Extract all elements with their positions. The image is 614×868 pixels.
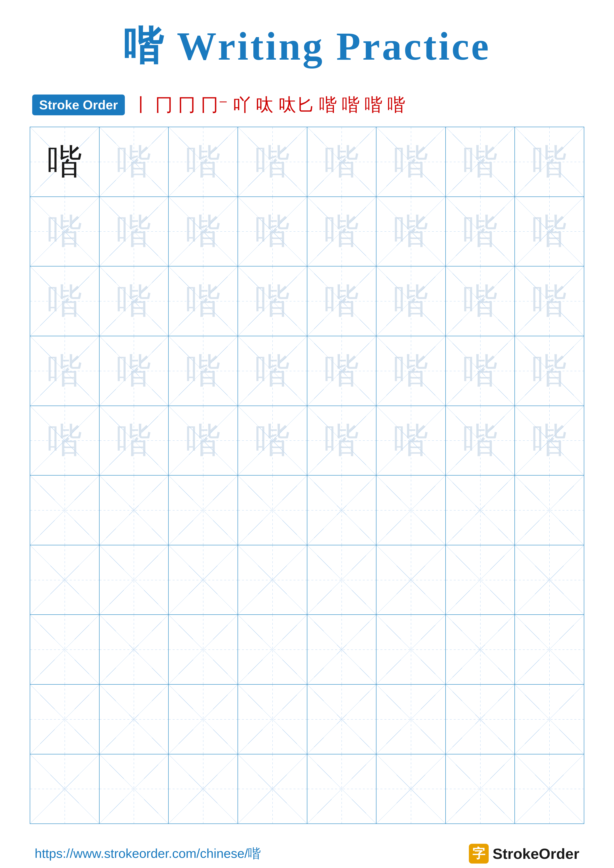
grid-row-2: 喈 喈 喈 喈 喈 喈 喈: [30, 197, 584, 267]
grid-cell-4-7: 喈: [446, 336, 515, 406]
char-display-light: 喈: [324, 284, 359, 318]
char-display-light: 喈: [186, 144, 221, 179]
grid-cell-7-3[interactable]: [169, 546, 238, 615]
grid-cell-10-3[interactable]: [169, 755, 238, 824]
char-display-light: 喈: [186, 423, 221, 458]
stroke-order-row: Stroke Order 丨 冂 冂 冂⁻ 吖 呔 呔匕 喈 喈 喈 喈: [30, 93, 584, 117]
grid-cell-10-7[interactable]: [446, 755, 515, 824]
char-display-light: 喈: [463, 144, 497, 179]
grid-cell-6-4[interactable]: [238, 476, 307, 545]
stroke-step-6: 呔: [256, 93, 274, 117]
grid-cell-9-1[interactable]: [30, 685, 99, 754]
grid-cell-8-6[interactable]: [376, 615, 446, 684]
grid-cell-6-7[interactable]: [446, 476, 515, 545]
grid-cell-7-1[interactable]: [30, 546, 99, 615]
char-display-light: 喈: [532, 284, 567, 318]
char-display-light: 喈: [117, 423, 151, 458]
grid-cell-6-8[interactable]: [515, 476, 584, 545]
stroke-step-7: 呔匕: [278, 93, 314, 117]
footer-url[interactable]: https://www.strokeorder.com/chinese/喈: [35, 845, 261, 862]
grid-cell-10-8[interactable]: [515, 755, 584, 824]
grid-cell-8-7[interactable]: [446, 615, 515, 684]
grid-row-7: [30, 546, 584, 615]
grid-cell-1-7: 喈: [446, 127, 515, 197]
grid-cell-8-4[interactable]: [238, 615, 307, 684]
grid-cell-4-6: 喈: [376, 336, 446, 406]
stroke-step-9: 喈: [342, 93, 360, 117]
grid-cell-8-5[interactable]: [307, 615, 377, 684]
grid-cell-7-5[interactable]: [307, 546, 377, 615]
grid-cell-2-5: 喈: [307, 197, 377, 266]
char-display-light: 喈: [117, 144, 151, 179]
grid-cell-8-3[interactable]: [169, 615, 238, 684]
grid-cell-9-7[interactable]: [446, 685, 515, 754]
char-display-light: 喈: [117, 214, 151, 249]
grid-cell-6-3[interactable]: [169, 476, 238, 545]
grid-row-1: 喈 喈 喈 喈 喈 喈 喈: [30, 127, 584, 197]
grid-cell-1-5: 喈: [307, 127, 377, 197]
grid-cell-5-4: 喈: [238, 406, 307, 475]
char-display-light: 喈: [532, 144, 567, 179]
grid-cell-10-5[interactable]: [307, 755, 377, 824]
grid-cell-2-4: 喈: [238, 197, 307, 266]
grid-cell-7-4[interactable]: [238, 546, 307, 615]
grid-cell-7-8[interactable]: [515, 546, 584, 615]
grid-row-6: [30, 476, 584, 546]
grid-cell-7-2[interactable]: [99, 546, 169, 615]
char-display-light: 喈: [255, 353, 290, 388]
grid-cell-10-6[interactable]: [376, 755, 446, 824]
grid-cell-8-2[interactable]: [99, 615, 169, 684]
grid-row-4: 喈 喈 喈 喈 喈 喈 喈: [30, 336, 584, 406]
stroke-step-10: 喈: [365, 93, 382, 117]
char-display-light: 喈: [117, 284, 151, 318]
grid-cell-6-6[interactable]: [376, 476, 446, 545]
grid-cell-4-1: 喈: [30, 336, 99, 406]
char-display-light: 喈: [324, 214, 359, 249]
grid-cell-6-5[interactable]: [307, 476, 377, 545]
grid-cell-1-2: 喈: [99, 127, 169, 197]
grid-cell-10-1[interactable]: [30, 755, 99, 824]
grid-cell-6-1[interactable]: [30, 476, 99, 545]
page: 喈 Writing Practice Stroke Order 丨 冂 冂 冂⁻…: [0, 0, 614, 868]
brand-name: StrokeOrder: [493, 845, 579, 862]
char-display-light: 喈: [186, 353, 221, 388]
char-display-light: 喈: [393, 353, 428, 388]
grid-cell-9-6[interactable]: [376, 685, 446, 754]
grid-row-10: [30, 755, 584, 824]
grid-cell-9-3[interactable]: [169, 685, 238, 754]
grid-cell-9-4[interactable]: [238, 685, 307, 754]
char-display-light: 喈: [393, 284, 428, 318]
grid-cell-1-3: 喈: [169, 127, 238, 197]
grid-cell-2-2: 喈: [99, 197, 169, 266]
char-display-light: 喈: [324, 144, 359, 179]
char-display-light: 喈: [255, 214, 290, 249]
grid-cell-7-6[interactable]: [376, 546, 446, 615]
grid-cell-4-8: 喈: [515, 336, 584, 406]
grid-cell-4-4: 喈: [238, 336, 307, 406]
grid-cell-10-2[interactable]: [99, 755, 169, 824]
stroke-order-badge: Stroke Order: [32, 95, 125, 115]
char-display-light: 喈: [393, 144, 428, 179]
grid-cell-10-4[interactable]: [238, 755, 307, 824]
stroke-step-1: 丨: [132, 93, 150, 117]
grid-cell-6-2[interactable]: [99, 476, 169, 545]
grid-cell-5-3: 喈: [169, 406, 238, 475]
grid-cell-2-8: 喈: [515, 197, 584, 266]
stroke-step-8: 喈: [319, 93, 337, 117]
char-display-light: 喈: [255, 284, 290, 318]
grid-cell-3-4: 喈: [238, 267, 307, 336]
char-display-light: 喈: [324, 353, 359, 388]
grid-cell-8-8[interactable]: [515, 615, 584, 684]
grid-cell-7-7[interactable]: [446, 546, 515, 615]
grid-cell-9-2[interactable]: [99, 685, 169, 754]
grid-cell-5-2: 喈: [99, 406, 169, 475]
stroke-step-4: 冂⁻: [201, 93, 228, 117]
grid-row-9: [30, 685, 584, 755]
grid-cell-9-8[interactable]: [515, 685, 584, 754]
grid-cell-8-1[interactable]: [30, 615, 99, 684]
grid-cell-3-8: 喈: [515, 267, 584, 336]
grid-row-3: 喈 喈 喈 喈 喈 喈 喈: [30, 267, 584, 336]
char-display-light: 喈: [463, 214, 497, 249]
grid-cell-9-5[interactable]: [307, 685, 377, 754]
grid-cell-5-5: 喈: [307, 406, 377, 475]
